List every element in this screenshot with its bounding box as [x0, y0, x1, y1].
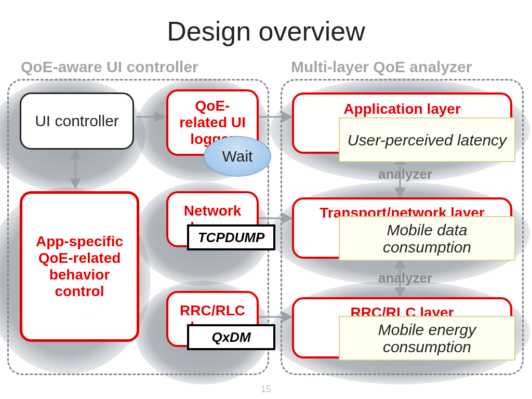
- energy-note: Mobile energy consumption: [339, 316, 515, 361]
- left-section-label: QoE-aware UI controller: [21, 58, 198, 76]
- latency-note: User-perceived latency: [339, 117, 515, 162]
- wait-ellipse: Wait: [204, 136, 271, 177]
- analyzer-text-1: analyzer: [353, 166, 457, 182]
- app-specific-box: App-specific QoE-related behavior contro…: [20, 191, 139, 342]
- tcpdump-tool: TCPDUMP: [187, 224, 275, 250]
- slide-number: 15: [0, 384, 532, 395]
- ui-controller-box: UI controller: [20, 92, 134, 150]
- right-section-label: Multi-layer QoE analyzer: [291, 58, 472, 76]
- data-note: Mobile data consumption: [339, 216, 515, 261]
- qxdm-tool: QxDM: [187, 324, 275, 350]
- analyzer-text-2: analyzer: [353, 270, 457, 286]
- slide-title: Design overview: [0, 16, 532, 47]
